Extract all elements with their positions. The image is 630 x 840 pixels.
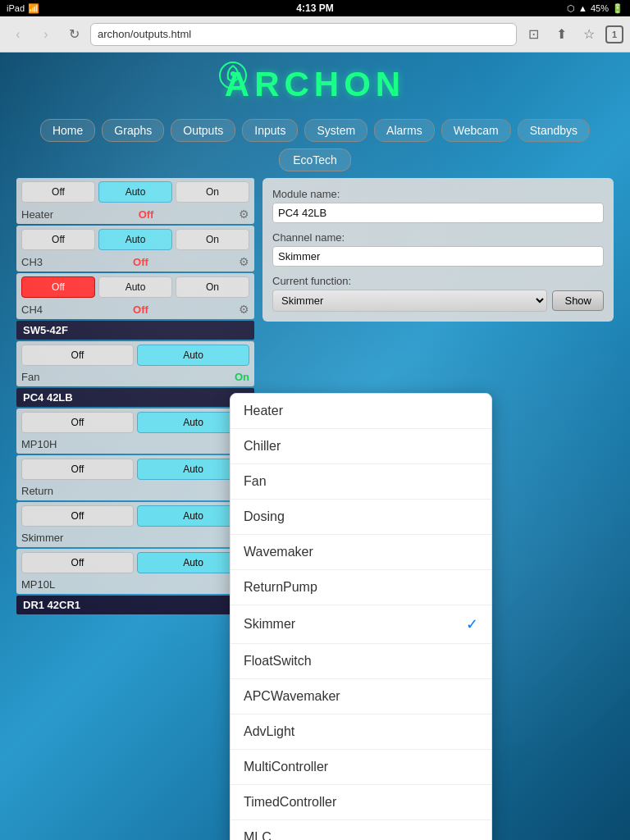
skimmer-controls: Off Auto — [16, 502, 254, 530]
nav-webcam[interactable]: Webcam — [441, 119, 511, 142]
share-button[interactable]: ⬆ — [550, 23, 573, 46]
section-pc4: PC4 42LB — [16, 388, 254, 407]
dropdown-label-returnpump: ReturnPump — [244, 580, 317, 595]
nav-ecotech[interactable]: EcoTech — [279, 148, 351, 171]
mp10l-controls: Off Auto — [16, 549, 254, 577]
ch3-auto-btn[interactable]: Auto — [98, 229, 172, 250]
function-label: Current function: — [272, 275, 604, 287]
dropdown-label-apcwavemaker: APCWavemaker — [244, 689, 340, 704]
dropdown-item-apcwavemaker[interactable]: APCWavemaker — [231, 679, 491, 714]
mp10h-name-row: MP10H On — [16, 436, 254, 454]
dropdown-item-wavemaker[interactable]: Wavemaker — [231, 535, 491, 570]
dropdown-label-dosing: Dosing — [244, 509, 285, 524]
heater-gear-icon[interactable]: ⚙ — [239, 208, 249, 221]
skimmer-name-row: Skimmer On — [16, 530, 254, 547]
nav-menu: Home Graphs Outputs Inputs System Alarms… — [0, 119, 630, 142]
dropdown-item-chiller[interactable]: Chiller — [231, 429, 491, 464]
channel-row-ch3: Off Auto On CH3 Off ⚙ — [16, 226, 254, 272]
nav-inputs[interactable]: Inputs — [242, 119, 298, 142]
channel-row-fan: Off Auto Fan On — [16, 341, 254, 386]
battery-icon: 🔋 — [612, 3, 623, 14]
ch4-gear-icon[interactable]: ⚙ — [239, 303, 249, 316]
time-display: 4:13 PM — [296, 2, 333, 14]
channel-input[interactable] — [272, 246, 604, 267]
show-button[interactable]: Show — [552, 290, 604, 311]
heater-status: Off — [139, 208, 154, 221]
dropdown-item-dosing[interactable]: Dosing — [231, 500, 491, 535]
dropdown-item-timedcontroller[interactable]: TimedController — [231, 785, 491, 820]
reader-button[interactable]: ⊡ — [522, 23, 545, 46]
mp10l-off-btn[interactable]: Off — [21, 552, 134, 573]
dropdown-item-advlight[interactable]: AdvLight — [231, 714, 491, 750]
dropdown-item-floatswitch[interactable]: FloatSwitch — [231, 644, 491, 679]
ch3-off-btn[interactable]: Off — [21, 229, 95, 250]
heater-off-btn[interactable]: Off — [21, 181, 95, 203]
return-off-btn[interactable]: Off — [21, 459, 134, 480]
skimmer-label: Skimmer — [21, 532, 63, 544]
ch3-gear-icon[interactable]: ⚙ — [239, 255, 249, 268]
dropdown-label-wavemaker: Wavemaker — [244, 545, 313, 559]
dropdown-item-skimmer[interactable]: Skimmer ✓ — [231, 605, 491, 644]
function-select[interactable]: Skimmer — [272, 290, 547, 312]
dropdown-item-fan[interactable]: Fan — [231, 464, 491, 500]
ch4-auto-btn[interactable]: Auto — [98, 276, 172, 298]
logo-text: ARCHON — [225, 65, 405, 103]
ch4-off-btn[interactable]: Off — [21, 276, 95, 298]
browser-bar: ‹ › ↻ ⊡ ⬆ ☆ 1 — [0, 16, 630, 52]
dropdown-item-mlc[interactable]: MLC — [231, 820, 491, 840]
function-select-row: Skimmer Show — [272, 290, 604, 312]
nav-outputs[interactable]: Outputs — [171, 119, 235, 142]
ch3-status: Off — [133, 256, 148, 268]
module-input[interactable] — [272, 203, 604, 223]
ch4-on-btn[interactable]: On — [176, 276, 249, 298]
dropdown-label-mlc: MLC — [244, 830, 272, 840]
forward-button[interactable]: › — [34, 23, 57, 46]
dropdown-item-multicontroller[interactable]: MultiController — [231, 750, 491, 785]
fan-controls: Off Auto — [16, 341, 254, 369]
url-input[interactable] — [90, 23, 517, 46]
heater-on-btn[interactable]: On — [176, 181, 249, 203]
dropdown-label-floatswitch: FloatSwitch — [244, 654, 312, 669]
function-dropdown: Heater Chiller Fan Dosing Wavemaker Retu… — [230, 393, 492, 840]
skimmer-off-btn[interactable]: Off — [21, 505, 134, 527]
ch4-controls: Off Auto On — [16, 273, 254, 301]
dropdown-item-heater[interactable]: Heater — [231, 394, 491, 429]
channel-row-mp10h: Off Auto MP10H On — [16, 409, 254, 454]
ch4-label: CH4 — [21, 304, 43, 316]
heater-auto-btn[interactable]: Auto — [98, 181, 172, 203]
logo-area: ARCHON — [0, 52, 630, 112]
channel-row-ch4: Off Auto On CH4 Off ⚙ — [16, 273, 254, 319]
mp10h-off-btn[interactable]: Off — [21, 412, 134, 433]
channel-row-return: Off Auto Return On — [16, 455, 254, 500]
tab-count[interactable]: 1 — [605, 25, 623, 43]
return-name-row: Return On — [16, 483, 254, 500]
fan-label: Fan — [21, 371, 39, 383]
dropdown-label-advlight: AdvLight — [244, 724, 294, 739]
svg-point-1 — [231, 71, 235, 76]
nav-system[interactable]: System — [304, 119, 368, 142]
mp10h-controls: Off Auto — [16, 409, 254, 436]
mp10l-label: MP10L — [21, 578, 55, 591]
nav-standbys[interactable]: Standbys — [518, 119, 590, 142]
section-dr1: DR1 42CR1 — [16, 596, 254, 614]
fan-name-row: Fan On — [16, 369, 254, 386]
heater-label: Heater — [21, 208, 53, 221]
fan-off-btn[interactable]: Off — [21, 345, 134, 366]
dropdown-label-chiller: Chiller — [244, 439, 281, 454]
reload-button[interactable]: ↻ — [62, 23, 85, 46]
bookmark-button[interactable]: ☆ — [578, 23, 600, 46]
nav-home[interactable]: Home — [40, 119, 95, 142]
dropdown-label-multicontroller: MultiController — [244, 760, 328, 774]
dropdown-item-returnpump[interactable]: ReturnPump — [231, 570, 491, 605]
channel-row-skimmer: Off Auto Skimmer On — [16, 502, 254, 547]
nav-graphs[interactable]: Graphs — [102, 119, 164, 142]
return-label: Return — [21, 485, 53, 497]
archon-logo-icon — [217, 59, 249, 92]
fan-auto-btn[interactable]: Auto — [137, 345, 249, 366]
back-button[interactable]: ‹ — [7, 23, 30, 46]
dropdown-label-fan: Fan — [244, 474, 267, 489]
channel-row-mp10l: Off Auto MP10L On — [16, 549, 254, 594]
ch3-on-btn[interactable]: On — [176, 229, 249, 250]
fan-status: On — [235, 371, 249, 383]
nav-alarms[interactable]: Alarms — [374, 119, 435, 142]
